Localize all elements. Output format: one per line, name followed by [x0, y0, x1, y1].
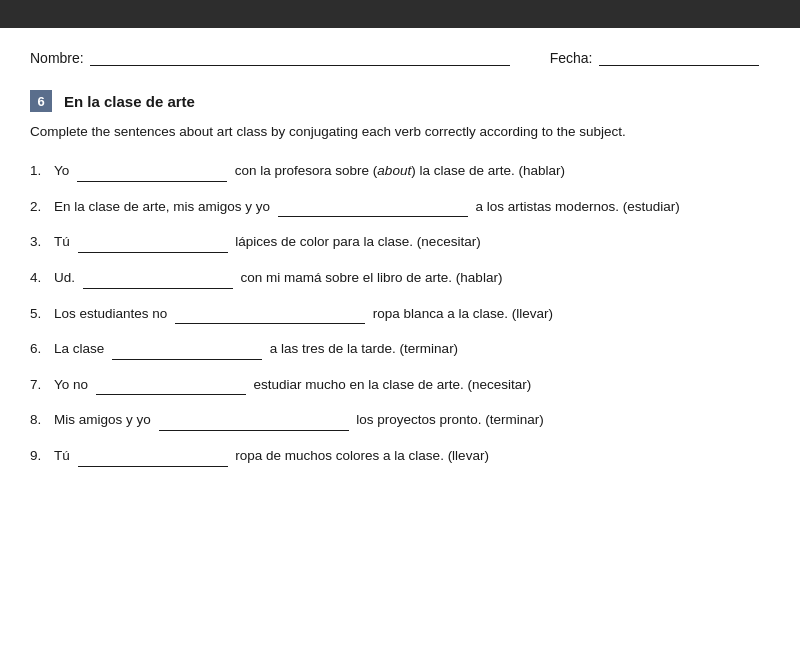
fill-blank-3[interactable]: [78, 237, 228, 253]
fill-blank-4[interactable]: [83, 273, 233, 289]
fill-blank-6[interactable]: [112, 344, 262, 360]
fecha-label: Fecha:: [550, 50, 593, 66]
fill-blank-9[interactable]: [78, 451, 228, 467]
sentence-text-9: Tú ropa de muchos colores a la clase. (l…: [54, 445, 770, 467]
top-bar: [0, 0, 800, 28]
sentence-number-5: 5.: [30, 303, 54, 325]
sentence-number-4: 4.: [30, 267, 54, 289]
fill-blank-1[interactable]: [77, 166, 227, 182]
sentences-list: 1. Yo con la profesora sobre (about) la …: [30, 160, 770, 466]
sentence-number-9: 9.: [30, 445, 54, 467]
sentence-text-7: Yo no estudiar mucho en la clase de arte…: [54, 374, 770, 396]
fecha-line[interactable]: [599, 48, 759, 66]
sentence-text-8: Mis amigos y yo los proyectos pronto. (t…: [54, 409, 770, 431]
sentence-item-9: 9. Tú ropa de muchos colores a la clase.…: [30, 445, 770, 467]
page-content: Nombre: Fecha: 6 En la clase de arte Com…: [0, 28, 800, 501]
fill-blank-2[interactable]: [278, 201, 468, 217]
sentence-item-2: 2. En la clase de arte, mis amigos y yo …: [30, 196, 770, 218]
name-date-row: Nombre: Fecha:: [30, 48, 770, 66]
sentence-text-5: Los estudiantes no ropa blanca a la clas…: [54, 303, 770, 325]
sentence-number-8: 8.: [30, 409, 54, 431]
sentence-number-6: 6.: [30, 338, 54, 360]
nombre-label: Nombre:: [30, 50, 84, 66]
sentence-number-3: 3.: [30, 231, 54, 253]
sentence-item-5: 5. Los estudiantes no ropa blanca a la c…: [30, 303, 770, 325]
sentence-item-3: 3. Tú lápices de color para la clase. (n…: [30, 231, 770, 253]
sentence-item-8: 8. Mis amigos y yo los proyectos pronto.…: [30, 409, 770, 431]
sentence-text-1: Yo con la profesora sobre (about) la cla…: [54, 160, 770, 182]
sentence-text-3: Tú lápices de color para la clase. (nece…: [54, 231, 770, 253]
sentence-item-1: 1. Yo con la profesora sobre (about) la …: [30, 160, 770, 182]
section-number: 6: [30, 90, 52, 112]
sentence-item-4: 4. Ud. con mi mamá sobre el libro de art…: [30, 267, 770, 289]
sentence-item-7: 7. Yo no estudiar mucho en la clase de a…: [30, 374, 770, 396]
nombre-line[interactable]: [90, 48, 510, 66]
sentence-number-1: 1.: [30, 160, 54, 182]
sentence-number-7: 7.: [30, 374, 54, 396]
sentence-text-6: La clase a las tres de la tarde. (termin…: [54, 338, 770, 360]
fill-blank-7[interactable]: [96, 379, 246, 395]
section-header: 6 En la clase de arte: [30, 90, 770, 112]
sentence-text-2: En la clase de arte, mis amigos y yo a l…: [54, 196, 770, 218]
sentence-number-2: 2.: [30, 196, 54, 218]
fill-blank-8[interactable]: [159, 415, 349, 431]
fill-blank-5[interactable]: [175, 308, 365, 324]
section-title: En la clase de arte: [64, 93, 195, 110]
section-instruction: Complete the sentences about art class b…: [30, 122, 770, 142]
sentence-text-4: Ud. con mi mamá sobre el libro de arte. …: [54, 267, 770, 289]
sentence-item-6: 6. La clase a las tres de la tarde. (ter…: [30, 338, 770, 360]
